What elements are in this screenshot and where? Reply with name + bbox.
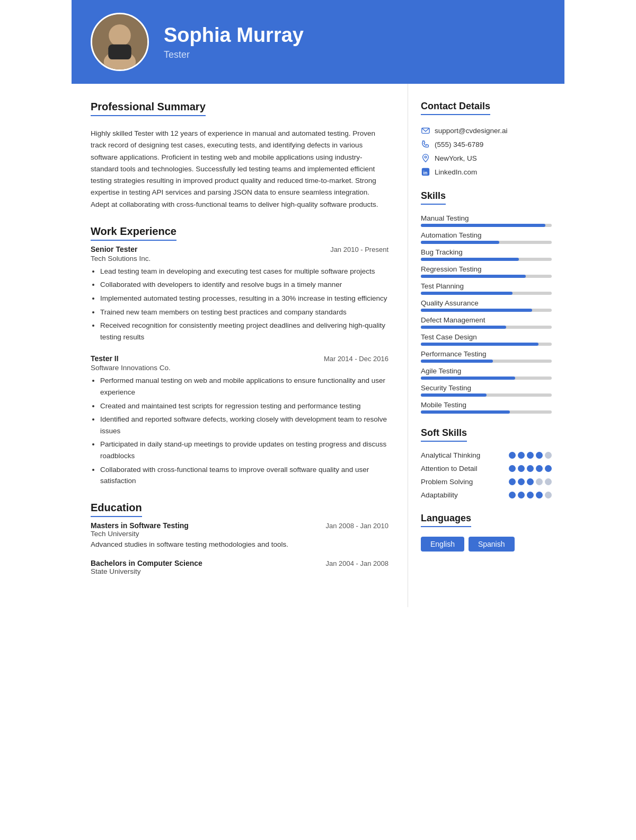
- skills-title: Skills: [421, 190, 446, 205]
- list-item: Received recognition for consistently me…: [100, 320, 388, 343]
- skills-section: Skills Manual Testing Automation Testing…: [421, 190, 552, 414]
- list-item: Lead testing team in developing and exec…: [100, 266, 388, 277]
- contact-text: support@cvdesigner.ai: [435, 127, 508, 135]
- job-company: Tech Solutions Inc.: [91, 255, 388, 262]
- soft-skills-container: Analytical ThinkingAttention to DetailPr…: [421, 451, 552, 499]
- contact-text: (555) 345-6789: [435, 141, 483, 148]
- skill-dot: [527, 492, 534, 498]
- skill-bar-fill: [421, 224, 545, 227]
- soft-skill-name: Problem Solving: [421, 478, 473, 486]
- svg-point-5: [425, 156, 427, 158]
- summary-text: Highly skilled Tester with 12 years of e…: [91, 128, 388, 211]
- list-item: Participated in daily stand-up meetings …: [100, 439, 388, 461]
- skill-dot: [536, 465, 543, 472]
- skill-dot: [545, 465, 552, 472]
- header-name: Sophia Murray: [164, 23, 304, 48]
- contact-item: NewYork, US: [421, 153, 552, 163]
- skill-dot: [527, 465, 534, 472]
- language-tag: Spanish: [469, 537, 515, 552]
- skill-bar-bg: [421, 292, 552, 295]
- skill-bar-bg: [421, 326, 552, 329]
- list-item: Collaborated with developers to identify…: [100, 279, 388, 291]
- job-dates: Mar 2014 - Dec 2016: [324, 355, 388, 363]
- list-item: Collaborated with cross-functional teams…: [100, 464, 388, 487]
- skill-item: Test Case Design: [421, 333, 552, 346]
- skill-dot: [536, 492, 543, 498]
- job-title: Senior Tester: [91, 245, 137, 253]
- email-icon: [421, 126, 430, 135]
- skill-item: Regression Testing: [421, 265, 552, 278]
- skill-bar-fill: [421, 393, 487, 397]
- skill-dot: [509, 465, 516, 472]
- skill-bar-bg: [421, 343, 552, 346]
- job-item: Senior Tester Jan 2010 - Present Tech So…: [91, 245, 388, 343]
- edu-school: State University: [91, 567, 388, 575]
- skill-bar-fill: [421, 410, 510, 414]
- left-column: Professional Summary Highly skilled Test…: [72, 84, 408, 607]
- skill-name: Test Case Design: [421, 333, 552, 341]
- job-bullets: Performed manual testing on web and mobi…: [91, 375, 388, 486]
- skill-name: Bug Tracking: [421, 248, 552, 256]
- contact-item: inLinkedIn.com: [421, 167, 552, 177]
- languages-title: Languages: [421, 513, 471, 527]
- skill-bar-bg: [421, 275, 552, 278]
- skill-item: Agile Testing: [421, 367, 552, 380]
- skill-item: Automation Testing: [421, 231, 552, 244]
- language-tag: English: [421, 537, 464, 552]
- skill-bar-fill: [421, 292, 513, 295]
- skill-bar-fill: [421, 309, 532, 312]
- skill-bar-fill: [421, 258, 519, 261]
- resume-header: Sophia Murray Tester: [72, 0, 564, 84]
- list-item: Performed manual testing on web and mobi…: [100, 375, 388, 398]
- edu-container: Masters in Software Testing Jan 2008 - J…: [91, 521, 388, 575]
- skill-name: Manual Testing: [421, 214, 552, 222]
- avatar: [91, 13, 149, 71]
- skill-bar-bg: [421, 241, 552, 244]
- contact-text: NewYork, US: [435, 154, 477, 162]
- skill-dot: [518, 492, 525, 498]
- skill-dot: [527, 478, 534, 485]
- skill-dot: [545, 452, 552, 459]
- skill-dots: [509, 452, 552, 459]
- header-text: Sophia Murray Tester: [164, 23, 304, 61]
- skill-bar-bg: [421, 309, 552, 312]
- skill-bar-bg: [421, 393, 552, 397]
- skill-item: Bug Tracking: [421, 248, 552, 261]
- svg-point-1: [109, 24, 131, 47]
- skill-bar-bg: [421, 410, 552, 414]
- svg-rect-3: [108, 45, 131, 59]
- education-title: Education: [91, 502, 142, 517]
- right-column: Contact Details support@cvdesigner.ai(55…: [408, 84, 564, 607]
- summary-title: Professional Summary: [91, 101, 206, 116]
- job-bullets: Lead testing team in developing and exec…: [91, 266, 388, 343]
- soft-skill-item: Analytical Thinking: [421, 451, 552, 459]
- contact-section: Contact Details support@cvdesigner.ai(55…: [421, 101, 552, 177]
- soft-skill-name: Adaptability: [421, 491, 458, 499]
- soft-skill-name: Attention to Detail: [421, 465, 478, 472]
- jobs-container: Senior Tester Jan 2010 - Present Tech So…: [91, 245, 388, 487]
- skill-bar-fill: [421, 326, 506, 329]
- skill-name: Automation Testing: [421, 231, 552, 239]
- edu-degree: Bachelors in Computer Science: [91, 559, 202, 567]
- edu-item: Bachelors in Computer Science Jan 2004 -…: [91, 559, 388, 575]
- skill-bar-bg: [421, 360, 552, 363]
- skill-name: Security Testing: [421, 384, 552, 392]
- skill-item: Security Testing: [421, 384, 552, 397]
- summary-section: Professional Summary Highly skilled Test…: [91, 101, 388, 211]
- edu-degree: Masters in Software Testing: [91, 521, 189, 530]
- skill-bar-fill: [421, 360, 493, 363]
- list-item: Implemented automated testing processes,…: [100, 293, 388, 304]
- skills-container: Manual Testing Automation Testing Bug Tr…: [421, 214, 552, 414]
- list-item: Created and maintained test scripts for …: [100, 400, 388, 412]
- edu-desc: Advanced studies in software testing met…: [91, 539, 388, 550]
- skill-item: Mobile Testing: [421, 401, 552, 414]
- skill-name: Defect Management: [421, 316, 552, 324]
- skill-bar-fill: [421, 377, 515, 380]
- svg-text:in: in: [423, 170, 428, 176]
- skill-item: Manual Testing: [421, 214, 552, 227]
- edu-item: Masters in Software Testing Jan 2008 - J…: [91, 521, 388, 550]
- soft-skill-name: Analytical Thinking: [421, 451, 480, 459]
- skill-name: Quality Assurance: [421, 299, 552, 307]
- skill-dot: [509, 478, 516, 485]
- skill-bar-fill: [421, 275, 526, 278]
